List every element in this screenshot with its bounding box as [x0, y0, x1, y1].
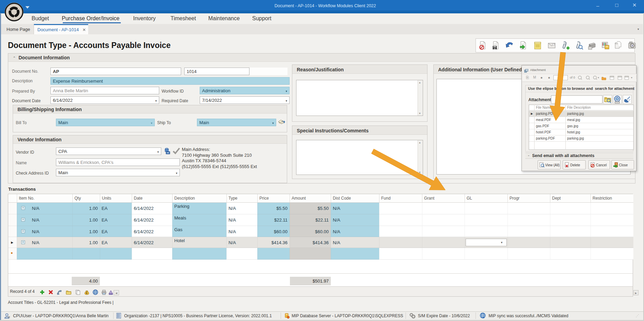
svg-text:$: $: [86, 292, 87, 295]
